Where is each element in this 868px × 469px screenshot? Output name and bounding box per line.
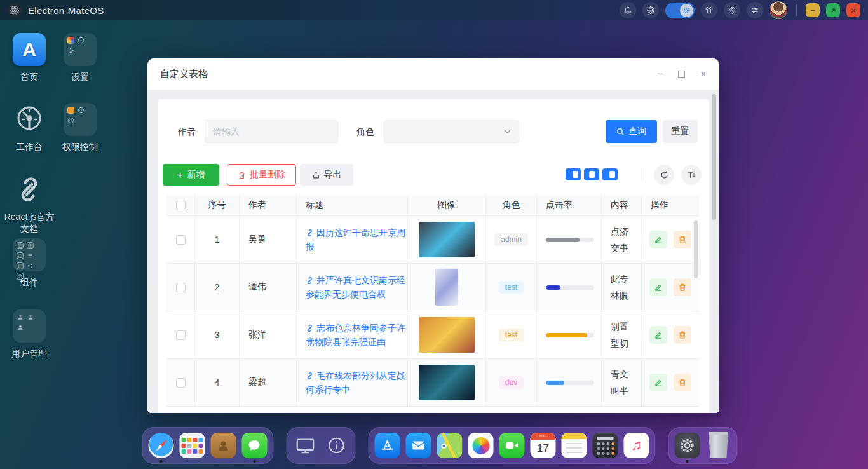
query-button[interactable]: 查询 (606, 120, 657, 143)
delete-button[interactable] (674, 374, 691, 391)
edit-button[interactable] (649, 278, 667, 296)
density-toggle-3[interactable] (602, 168, 618, 180)
role-tag: admin (494, 233, 528, 246)
display-icon[interactable] (293, 433, 318, 458)
about-info-icon[interactable] (324, 433, 349, 458)
app-close-button[interactable]: × (846, 3, 860, 17)
window-minimize-button[interactable]: − (656, 69, 663, 79)
role-icon (67, 107, 74, 114)
select-all-cell (166, 195, 195, 215)
calculator-icon[interactable] (593, 433, 618, 458)
trash-icon (678, 330, 687, 339)
edit-button[interactable] (649, 374, 667, 391)
running-indicator (686, 460, 689, 463)
density-toggle-1[interactable] (566, 168, 581, 180)
window-titlebar[interactable]: 自定义表格 − × (147, 58, 719, 90)
user-icon (17, 323, 24, 330)
window-maximize-button[interactable] (678, 71, 685, 78)
row-title-link[interactable]: 因历这许千命思开京周报 (306, 226, 407, 254)
running-indicator (160, 460, 163, 463)
link-icon (306, 276, 314, 285)
trash-icon (678, 283, 687, 292)
role-tag: test (499, 281, 524, 294)
row-content: 此专林眼 (611, 271, 632, 304)
edit-button[interactable] (649, 326, 667, 344)
row-title-link[interactable]: 毛在线农部分列从定战何系行专中 (306, 369, 407, 397)
maps-icon[interactable] (437, 433, 463, 458)
pin-icon[interactable] (724, 2, 740, 18)
row-checkbox[interactable] (176, 378, 186, 388)
row-title-link[interactable]: 并严许真七文识南示经参能界无步便电合权 (306, 273, 407, 301)
sliders-icon[interactable] (747, 2, 763, 18)
desktop-icon-settings-group[interactable]: 设置 (51, 33, 109, 83)
row-checkbox[interactable] (176, 283, 186, 292)
row-image[interactable] (419, 222, 475, 257)
density-toggle-2[interactable] (584, 168, 599, 180)
contacts-icon[interactable] (211, 433, 236, 458)
role-select[interactable] (384, 120, 519, 143)
refresh-icon (660, 170, 669, 180)
desktop-icon-react-docs[interactable]: React.js官方文档 (0, 173, 58, 235)
globe-icon[interactable] (642, 2, 659, 18)
row-title-link[interactable]: 志布色亲林争同参子许党物院县张完强证由 (306, 321, 407, 349)
row-content: 青文叫半 (611, 366, 632, 399)
desktop-icon-workbench[interactable]: 工作台 (0, 103, 58, 153)
bell-icon[interactable] (620, 2, 636, 18)
mail-icon[interactable] (406, 433, 431, 458)
desktop-icon-user-management-group[interactable]: 用户管理 (0, 309, 58, 360)
window-content: 作者 角色 查询 重置 + 新增 批量删除 (147, 90, 719, 413)
font-size-button[interactable] (681, 165, 702, 185)
delete-button[interactable] (674, 278, 691, 296)
refresh-button[interactable] (654, 165, 674, 185)
export-button[interactable]: 导出 (300, 164, 353, 186)
window-scrollbar-thumb[interactable] (712, 94, 716, 220)
reset-button[interactable]: 重置 (663, 120, 698, 143)
photos-icon[interactable] (468, 433, 494, 458)
notes-icon[interactable] (562, 433, 587, 458)
toolbar-divider (641, 168, 641, 181)
window-close-button[interactable]: × (700, 69, 707, 79)
toggle-knob-gear-icon (680, 4, 693, 17)
row-image[interactable] (419, 317, 475, 353)
row-checkbox[interactable] (176, 330, 186, 340)
appstore-icon[interactable] (375, 433, 400, 458)
custom-table-window: 自定义表格 − × 作者 角色 查询 重置 (147, 58, 719, 413)
desktop-icon-label: 组件 (0, 276, 58, 289)
running-indicator (254, 460, 256, 463)
row-no: 4 (195, 359, 240, 406)
theme-tshirt-icon[interactable] (701, 2, 717, 18)
author-input[interactable] (205, 120, 338, 143)
user-avatar[interactable] (770, 1, 787, 19)
app-maximize-button[interactable] (826, 3, 840, 17)
launchpad-icon[interactable] (180, 433, 205, 458)
system-settings-icon[interactable] (675, 433, 700, 458)
delete-button[interactable] (674, 231, 691, 248)
calendar-icon[interactable]: JUL 17 (531, 433, 556, 458)
desktop-icon-components-group[interactable]: 组件 (0, 238, 58, 289)
click-rate-progress (546, 381, 594, 385)
row-author: 张洋 (240, 311, 297, 358)
add-button[interactable]: + 新增 (163, 164, 219, 186)
safari-icon[interactable] (149, 433, 174, 458)
row-image[interactable] (435, 269, 458, 306)
music-icon[interactable]: ♫ (624, 433, 649, 458)
delete-button[interactable] (674, 326, 691, 344)
batch-delete-button[interactable]: 批量删除 (227, 164, 296, 186)
settings-toggle[interactable] (665, 3, 695, 18)
col-title: 标题 (297, 195, 408, 215)
app-minimize-button[interactable]: − (806, 3, 820, 17)
row-no: 3 (195, 311, 240, 358)
desktop-icon-permission-group[interactable]: 权限控制 (51, 103, 109, 153)
trash-icon-dock[interactable] (706, 433, 731, 458)
select-all-checkbox[interactable] (176, 201, 186, 210)
check-circle-icon (67, 117, 74, 124)
table-scrollbar-thumb[interactable] (694, 220, 698, 278)
facetime-icon[interactable] (499, 433, 525, 458)
row-image[interactable] (419, 365, 475, 400)
edit-button[interactable] (649, 231, 667, 248)
desktop-icon-home[interactable]: A 首页 (0, 33, 58, 83)
row-checkbox[interactable] (176, 235, 186, 245)
col-content: 内容 (602, 195, 642, 215)
messages-icon[interactable] (242, 433, 268, 458)
app-title: Electron-MateOS (28, 5, 104, 16)
